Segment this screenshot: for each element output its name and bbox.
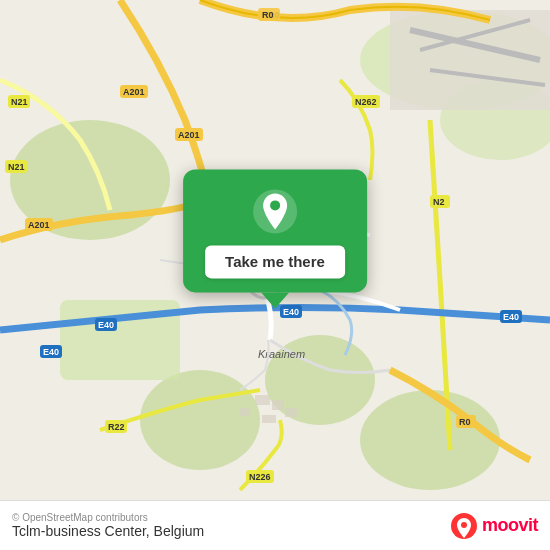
- svg-text:E40: E40: [43, 347, 59, 357]
- footer-left: © OpenStreetMap contributors Tclm-busine…: [12, 512, 204, 539]
- svg-rect-50: [240, 408, 250, 416]
- svg-rect-8: [390, 10, 550, 110]
- svg-rect-49: [272, 400, 284, 410]
- svg-rect-48: [255, 395, 270, 405]
- footer-bar: © OpenStreetMap contributors Tclm-busine…: [0, 500, 550, 550]
- svg-text:E40: E40: [98, 320, 114, 330]
- map-container: R0 R0 A201 A201 N21 N21 A201 N262 N2 E40…: [0, 0, 550, 500]
- svg-text:N2: N2: [433, 197, 445, 207]
- svg-text:N262: N262: [355, 97, 377, 107]
- svg-point-56: [461, 522, 467, 528]
- popup-arrow: [261, 292, 289, 308]
- svg-text:A201: A201: [178, 130, 200, 140]
- svg-text:Kraainem: Kraainem: [258, 348, 305, 360]
- attribution-text: © OpenStreetMap contributors: [12, 512, 204, 523]
- svg-text:N21: N21: [11, 97, 28, 107]
- svg-text:R22: R22: [108, 422, 125, 432]
- svg-text:E40: E40: [503, 312, 519, 322]
- svg-text:N226: N226: [249, 472, 271, 482]
- location-pin-icon: [251, 187, 299, 235]
- svg-text:A201: A201: [123, 87, 145, 97]
- location-label: Tclm-business Center, Belgium: [12, 523, 204, 539]
- moovit-text: moovit: [482, 515, 538, 536]
- svg-text:E40: E40: [283, 307, 299, 317]
- svg-text:R0: R0: [262, 10, 274, 20]
- popup-box: Take me there: [183, 169, 367, 292]
- take-me-there-button[interactable]: Take me there: [205, 245, 345, 278]
- map-popup: Take me there: [183, 169, 367, 308]
- svg-text:R0: R0: [459, 417, 471, 427]
- svg-text:N21: N21: [8, 162, 25, 172]
- svg-text:A201: A201: [28, 220, 50, 230]
- svg-point-4: [360, 390, 500, 490]
- svg-rect-51: [285, 408, 297, 417]
- moovit-logo-icon: [450, 512, 478, 540]
- moovit-logo: moovit: [450, 512, 538, 540]
- svg-rect-52: [262, 415, 276, 423]
- svg-point-2: [140, 370, 260, 470]
- svg-point-54: [270, 200, 280, 210]
